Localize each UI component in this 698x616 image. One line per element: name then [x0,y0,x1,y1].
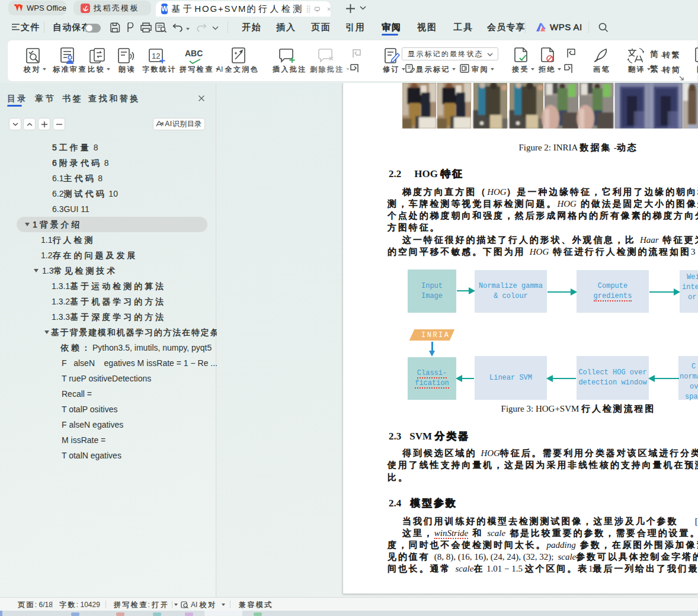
svg-text:12: 12 [152,52,160,60]
